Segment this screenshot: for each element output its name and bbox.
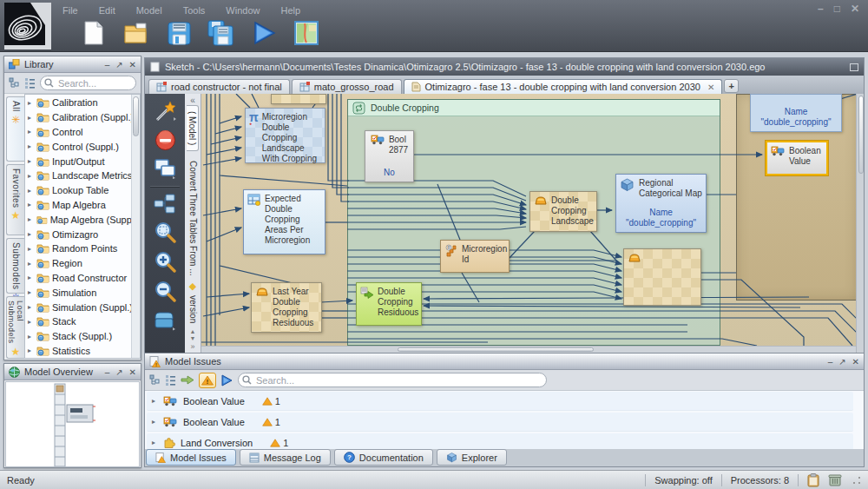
issue-row[interactable]: ▸ Boolean Value 1 (147, 413, 853, 432)
expander-icon[interactable]: ▸ (28, 347, 34, 354)
model-structure-tool-icon[interactable] (154, 194, 176, 215)
node-double-cropping-residuous[interactable]: Double Cropping Residuous (356, 282, 422, 326)
expander-icon[interactable]: ▸ (152, 439, 158, 446)
library-item[interactable]: ▸ Road Constructor (25, 271, 140, 286)
go-to-issue-icon[interactable] (181, 374, 194, 386)
node-expected-double-cropping-areas[interactable]: Expected Double Cropping Areas Per Micro… (243, 189, 326, 254)
menu-item[interactable]: Window (224, 4, 261, 17)
library-item[interactable]: ▸ Random Points (25, 241, 140, 256)
overview-float-button[interactable]: ↗ (115, 367, 122, 377)
menu-item[interactable]: File (61, 4, 80, 17)
expander-icon[interactable]: ▸ (28, 128, 34, 135)
library-tab-local-submodels[interactable]: Local Submodels★ (6, 296, 24, 359)
library-tab-submodels[interactable]: Submodels❋ (6, 238, 24, 294)
expander-icon[interactable]: ▸ (28, 142, 34, 150)
collapse-tree-icon[interactable] (9, 77, 20, 89)
zoom-region-tool-icon[interactable] (154, 221, 176, 244)
issue-row[interactable]: ▸ Land Conversion 1 (147, 433, 853, 449)
library-item[interactable]: ▸ Statistics (25, 344, 140, 359)
expander-icon[interactable]: ▸ (28, 157, 34, 165)
trash-icon[interactable] (828, 473, 842, 486)
expander-icon[interactable]: ▸ (28, 172, 34, 180)
tab-message-log[interactable]: Message Log (240, 449, 331, 466)
library-float-button[interactable]: ↗ (115, 60, 122, 69)
library-item[interactable]: ▸ Calibration (25, 96, 140, 110)
library-item[interactable]: ▸ Calibration (Suppl.) (25, 110, 140, 125)
expander-icon[interactable]: ▸ (28, 215, 34, 223)
side-tab-model[interactable]: ( Model ) (187, 105, 199, 151)
model-issues-close-button[interactable]: ✕ (852, 357, 859, 367)
side-tab-convert-three-tables[interactable]: Convert Three Tables From ... (187, 155, 199, 281)
sketch-tab-road-constructor[interactable]: road constructor - not final (148, 79, 290, 94)
node-bool-2877[interactable]: Bool2877 No (365, 130, 414, 182)
more-tabs-icon[interactable]: » (190, 342, 194, 351)
sketch-tab-otimizagro[interactable]: Otimizagro - fase 13 - double cropping w… (404, 79, 723, 94)
resize-grip[interactable] (852, 476, 861, 485)
open-model-button[interactable] (122, 19, 150, 47)
run-model-button[interactable] (250, 19, 278, 47)
expander-icon[interactable]: ▸ (28, 318, 34, 326)
map-viewer-button[interactable] (293, 19, 320, 47)
canvas-hscrollbar[interactable] (201, 346, 856, 353)
library-item[interactable]: ▸ Control (Suppl.) (25, 139, 140, 154)
library-item[interactable]: ▸ Stack (Suppl.) (25, 329, 140, 344)
library-search-input[interactable] (40, 76, 136, 90)
expander-icon[interactable]: ▸ (28, 201, 34, 208)
window-close-button[interactable]: ✕ (851, 3, 859, 15)
run-check-icon[interactable] (220, 374, 233, 387)
menu-item[interactable]: Model (135, 4, 164, 17)
zoom-out-tool-icon[interactable] (154, 281, 176, 303)
node-name-double-cropping[interactable]: Name "double_cropping" (750, 94, 842, 132)
wizard-tool-icon[interactable] (154, 100, 176, 122)
node-updated-residuous[interactable] (623, 248, 701, 306)
library-item[interactable]: ▸ Simulation (Suppl.) (25, 300, 140, 314)
library-item[interactable]: ▸ Lookup Table (25, 183, 140, 198)
expander-icon[interactable]: ▸ (152, 397, 158, 405)
node-regional-categorical-map[interactable]: Regional Categorical Map Name "double_cr… (615, 174, 707, 233)
tab-close-icon[interactable]: ✕ (707, 83, 714, 92)
collapse-tree-icon[interactable] (149, 374, 161, 386)
remove-tool-icon[interactable] (155, 129, 176, 151)
show-warnings-button[interactable]: ! (199, 373, 216, 388)
sketch-restore-button[interactable] (850, 63, 858, 71)
library-item[interactable]: ▸ Otimizagro (25, 227, 140, 241)
expander-icon[interactable]: ▸ (28, 274, 34, 281)
scroll-down-icon[interactable]: ▼ (190, 335, 196, 341)
library-item[interactable]: ▸ Control (25, 125, 140, 140)
sketch-tab-mato-grosso-road[interactable]: mato_grosso_road (292, 79, 402, 94)
expander-icon[interactable]: ▸ (28, 114, 34, 122)
expander-icon[interactable]: ▸ (28, 288, 34, 296)
overview-minimize-button[interactable]: – (105, 367, 110, 377)
model-canvas[interactable]: Double Cropping (201, 94, 856, 353)
library-scrollbar[interactable] (131, 95, 140, 358)
expander-icon[interactable]: ▸ (28, 99, 34, 107)
library-item[interactable]: ▸ Input/Output (25, 154, 140, 169)
menu-item[interactable]: Tools (181, 4, 207, 17)
library-item[interactable]: ▸ Stack (25, 314, 140, 329)
node-boolean-value-selected[interactable]: Boolean Value (766, 141, 828, 175)
library-item[interactable]: ▸ Landscape Metrics (25, 169, 140, 183)
model-issues-minimize-button[interactable]: – (828, 357, 833, 367)
expander-icon[interactable]: ▸ (152, 418, 158, 426)
node-double-cropping-landscape[interactable]: Double Cropping Landscape (529, 191, 597, 232)
tab-model-issues[interactable]: Model Issues (146, 449, 236, 466)
new-tab-button[interactable]: + (724, 79, 739, 93)
node-microregion-double-cropping-landscape[interactable]: π● Microregion Double Cropping Landscape… (245, 108, 326, 163)
list-view-icon[interactable] (24, 77, 36, 89)
node-last-year-residuous[interactable]: Last Year Double Cropping Residuous (251, 282, 322, 333)
window-maximize-button[interactable]: □ (834, 3, 840, 15)
library-item[interactable]: ▸ Map Algebra (Suppl.) (25, 212, 140, 227)
container-tool-icon[interactable] (153, 310, 177, 331)
expander-icon[interactable]: ▸ (28, 303, 34, 311)
model-issues-search-input[interactable] (238, 373, 547, 387)
node-clipped-top[interactable] (271, 94, 326, 104)
canvas-vscrollbar[interactable] (856, 94, 864, 353)
new-model-button[interactable] (80, 19, 108, 47)
expander-icon[interactable]: ▸ (28, 187, 34, 195)
collapse-panel-icon[interactable]: « (190, 96, 195, 105)
windows-tool-icon[interactable] (154, 158, 177, 179)
save-all-button[interactable] (207, 19, 235, 47)
model-overview-map[interactable] (5, 381, 140, 467)
side-tab-version[interactable]: version (187, 290, 199, 328)
model-issues-float-button[interactable]: ↗ (838, 357, 845, 367)
